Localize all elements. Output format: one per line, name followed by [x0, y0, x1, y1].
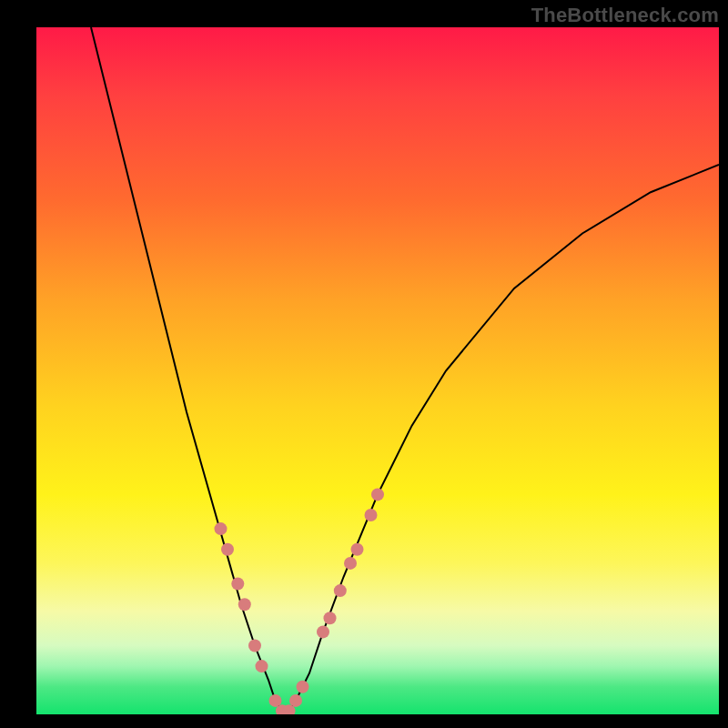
- data-marker: [215, 522, 228, 535]
- data-marker: [365, 509, 378, 521]
- data-marker: [324, 612, 337, 624]
- data-marker: [231, 578, 244, 591]
- watermark-text: TheBottleneck.com: [531, 4, 719, 27]
- data-marker: [289, 694, 302, 707]
- data-marker: [238, 598, 251, 611]
- data-marker: [351, 543, 364, 556]
- chart-frame: TheBottleneck.com: [0, 0, 728, 728]
- data-marker: [221, 543, 234, 556]
- data-marker: [256, 660, 268, 672]
- bottleneck-curve-path: [91, 27, 719, 711]
- data-marker: [334, 584, 347, 597]
- data-marker: [344, 557, 357, 570]
- data-marker: [371, 488, 384, 500]
- bottleneck-curve-svg: [36, 27, 719, 714]
- marker-group: [215, 488, 385, 714]
- plot-area: [36, 27, 719, 714]
- data-marker: [297, 681, 309, 693]
- data-marker: [317, 625, 329, 638]
- data-marker: [248, 640, 261, 652]
